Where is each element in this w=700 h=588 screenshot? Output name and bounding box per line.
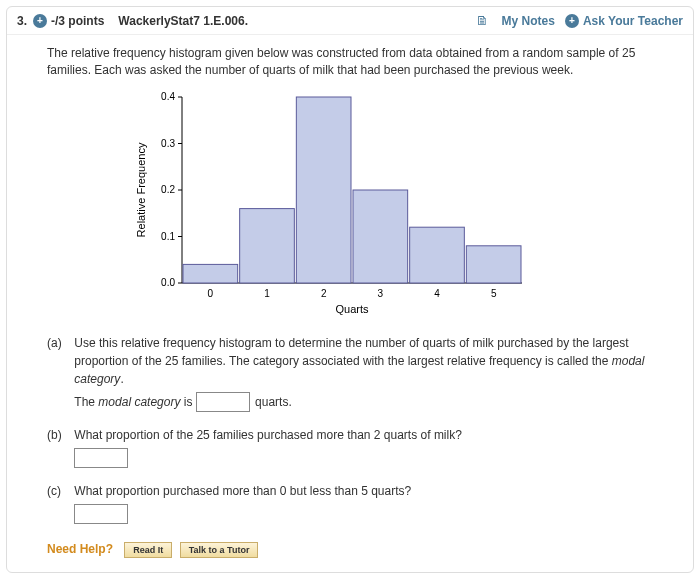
part-a-line2a: The [74,395,98,409]
svg-text:0.0: 0.0 [161,277,175,288]
svg-text:0.1: 0.1 [161,230,175,241]
histogram-chart: 0.00.10.20.30.4012345QuartsRelative Freq… [127,87,653,320]
svg-text:2: 2 [321,288,327,299]
plus-icon: + [565,14,579,28]
part-b: (b) What proportion of the 25 families p… [47,426,653,468]
part-a: (a) Use this relative frequency histogra… [47,334,653,412]
chart-svg: 0.00.10.20.30.4012345QuartsRelative Freq… [127,87,547,317]
question-card: 3. + -/3 points WackerlyStat7 1.E.006. 🗎… [6,6,694,573]
svg-rect-18 [353,190,408,283]
notes-icon: 🗎 [476,13,489,28]
answer-input-a[interactable] [196,392,250,412]
part-c-text: What proportion purchased more than 0 bu… [74,484,411,498]
part-b-text: What proportion of the 25 families purch… [74,428,462,442]
help-row: Need Help? Read It Talk to a Tutor [47,542,653,558]
svg-text:5: 5 [491,288,497,299]
svg-rect-16 [296,97,351,283]
question-prompt: The relative frequency histogram given b… [47,45,653,79]
svg-rect-22 [466,245,521,282]
question-header: 3. + -/3 points WackerlyStat7 1.E.006. 🗎… [7,7,693,34]
part-a-text: Use this relative frequency histogram to… [74,336,628,368]
svg-text:0.2: 0.2 [161,184,175,195]
question-body: The relative frequency histogram given b… [7,34,693,572]
svg-rect-20 [410,227,465,283]
need-help-label: Need Help? [47,542,113,556]
part-a-line2em: modal category [98,395,180,409]
talk-to-tutor-button[interactable]: Talk to a Tutor [180,542,259,558]
svg-text:Quarts: Quarts [335,303,369,315]
question-reference: WackerlyStat7 1.E.006. [118,14,248,28]
svg-text:0.3: 0.3 [161,137,175,148]
svg-text:Relative Frequency: Relative Frequency [135,142,147,237]
answer-input-c[interactable] [74,504,128,524]
svg-text:4: 4 [434,288,440,299]
svg-text:3: 3 [378,288,384,299]
part-a-line2b: is [180,395,195,409]
part-a-label: (a) [47,334,71,352]
points-label: -/3 points [51,14,104,28]
svg-text:0.4: 0.4 [161,91,175,102]
part-a-period: . [120,372,123,386]
answer-input-b[interactable] [74,448,128,468]
svg-rect-14 [240,208,295,282]
question-number: 3. [17,14,27,28]
part-c: (c) What proportion purchased more than … [47,482,653,524]
svg-text:0: 0 [208,288,214,299]
part-c-label: (c) [47,482,71,500]
my-notes-link[interactable]: My Notes [502,14,555,28]
svg-text:1: 1 [264,288,270,299]
part-a-unit: quarts. [255,395,292,409]
expand-icon[interactable]: + [33,14,47,28]
ask-teacher-link[interactable]: Ask Your Teacher [583,14,683,28]
svg-rect-12 [183,264,238,283]
part-b-label: (b) [47,426,71,444]
read-it-button[interactable]: Read It [124,542,172,558]
